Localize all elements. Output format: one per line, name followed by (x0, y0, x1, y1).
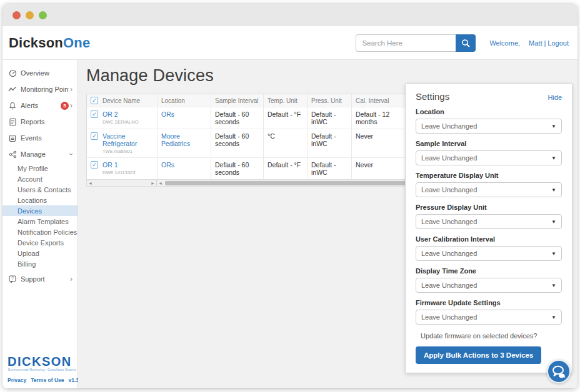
location-link[interactable]: Moore Pediatrics (161, 132, 207, 147)
close-window-icon[interactable] (12, 11, 21, 19)
field-user-calibration-interval: User Calibration Interval Leave Unchange… (416, 235, 562, 261)
device-name-cell: ✓ Vaccine RefrigeratorTWE mattm01 (87, 129, 157, 157)
maximize-window-icon[interactable] (39, 11, 47, 19)
sidebar-item-billing[interactable]: Billing (2, 258, 78, 269)
sidebar-item-manage[interactable]: Manage › (2, 146, 78, 162)
calibration-interval-select[interactable]: Leave Unchanged ▼ (416, 246, 562, 261)
sidebar-item-label: Support (21, 275, 69, 283)
sidebar-item-label: Events (21, 134, 72, 142)
table-row: ✓ OR 2DWE SERIALNO ORs Default - 60 seco… (87, 107, 413, 129)
selected-value: Leave Unchanged (421, 282, 477, 289)
field-firmware-update-settings: Firmware Update Settings Leave Unchanged… (416, 299, 562, 325)
sample-interval-cell: Default - 60 seconds (211, 107, 263, 129)
scroll-left-icon[interactable]: ◄ (158, 181, 162, 185)
time-zone-select[interactable]: Leave Unchanged ▼ (416, 278, 562, 293)
location-link[interactable]: ORs (161, 161, 174, 169)
footer-links: Privacy Terms of Use v1.3.20 (8, 377, 74, 383)
sidebar-item-label: Reports (21, 118, 72, 125)
dropdown-caret-icon: ▼ (551, 283, 556, 288)
support-icon: ? (8, 275, 17, 283)
scroll-right-icon[interactable]: ► (151, 181, 155, 185)
dickson-tagline: Environmental Monitoring • Compliance Ex… (8, 368, 74, 371)
window-titlebar (2, 4, 578, 26)
dropdown-caret-icon: ▼ (551, 251, 556, 257)
scrollbar-thumb[interactable] (165, 181, 412, 185)
sidebar-item-devices[interactable]: Devices (2, 205, 78, 216)
sample-interval-cell: Default - 60 seconds (211, 129, 263, 157)
devices-table: ✓ Device Name Location Sample Interval T… (86, 94, 414, 180)
sidebar-item-support[interactable]: ? Support › (2, 271, 78, 287)
sidebar-item-notification-policies[interactable]: Notification Policies (2, 227, 78, 237)
dickson-logo: DICKSON (8, 355, 74, 368)
chevron-down-icon: › (68, 153, 74, 155)
row-checkbox[interactable]: ✓ (91, 132, 98, 140)
sidebar-item-upload[interactable]: Upload (2, 248, 78, 258)
dicksonone-logo[interactable]: DicksonOne (9, 35, 90, 51)
sidebar-item-label: Monitoring Points (21, 86, 69, 93)
minimize-window-icon[interactable] (26, 11, 34, 19)
sidebar-item-locations[interactable]: Locations (2, 195, 78, 205)
field-label: Display Time Zone (416, 267, 562, 275)
location-cell: Moore Pediatrics (157, 129, 211, 157)
table-scrollbar: ◄ ► ◄ (86, 180, 414, 187)
temperature-unit-select[interactable]: Leave Unchanged ▼ (416, 182, 562, 197)
frozen-column-scrollbar: ◄ ► (87, 180, 157, 186)
sidebar-item-monitoring-points[interactable]: Monitoring Points › (2, 81, 78, 97)
apply-bulk-actions-button[interactable]: Apply Bulk Actions to 3 Devices (416, 346, 541, 364)
search-input[interactable] (356, 34, 456, 52)
sample-interval-select[interactable]: Leave Unchanged ▼ (416, 150, 562, 165)
sidebar-item-account[interactable]: Account (2, 174, 78, 184)
logout-link[interactable]: Logout (548, 39, 569, 47)
field-temperature-display-unit: Temperature Display Unit Leave Unchanged… (416, 172, 562, 197)
privacy-link[interactable]: Privacy (8, 377, 26, 383)
sidebar-item-label: Alerts (21, 102, 61, 109)
sidebar-item-users-contacts[interactable]: Users & Contacts (2, 184, 78, 195)
manage-subnav: My Profile Account Users & Contacts Loca… (2, 162, 78, 271)
row-checkbox[interactable]: ✓ (91, 161, 98, 169)
field-label: Temperature Display Unit (416, 172, 562, 179)
temp-unit-cell: Default - °F (263, 107, 307, 129)
sidebar-item-my-profile[interactable]: My Profile (2, 163, 78, 174)
device-name-cell: ✓ OR 2DWE SERIALNO (87, 107, 157, 129)
firmware-settings-select[interactable]: Leave Unchanged ▼ (416, 310, 562, 325)
logo-one: One (63, 35, 90, 51)
sidebar-item-label: Manage (21, 150, 69, 158)
sidebar-item-alerts[interactable]: Alerts 5 › (2, 97, 78, 114)
sidebar-item-device-exports[interactable]: Device Exports (2, 237, 78, 248)
sidebar: Overview Monitoring Points › Alerts 5 › (2, 60, 78, 388)
sidebar-item-overview[interactable]: Overview (2, 65, 78, 81)
sidebar-item-events[interactable]: Events (2, 130, 78, 146)
logo-dickson: Dickson (9, 35, 63, 51)
device-link[interactable]: OR 1 (102, 161, 118, 169)
location-select[interactable]: Leave Unchanged ▼ (416, 119, 562, 134)
user-link[interactable]: Matt (529, 39, 542, 47)
table-row: ✓ OR 1DWE 14113323 ORs Default - 60 seco… (87, 157, 413, 179)
page: DicksonOne Welcome,Matt|Logout O (0, 0, 580, 392)
terms-link[interactable]: Terms of Use (31, 377, 64, 383)
field-sample-interval: Sample Interval Leave Unchanged ▼ (416, 140, 562, 165)
device-link[interactable]: Vaccine Refrigerator (102, 132, 137, 147)
sidebar-item-reports[interactable]: Reports (2, 114, 78, 130)
location-cell: ORs (157, 107, 211, 129)
field-label: User Calibration Interval (416, 235, 562, 243)
row-checkbox[interactable]: ✓ (91, 110, 98, 118)
header-press-unit: Press. Unit (307, 94, 351, 107)
settings-panel-header: Settings Hide (416, 91, 562, 102)
hide-link[interactable]: Hide (548, 94, 562, 101)
device-link[interactable]: OR 2 (102, 110, 118, 118)
search-button[interactable] (456, 34, 476, 52)
columns-scrollbar: ◄ (157, 180, 413, 186)
dropdown-caret-icon: ▼ (551, 219, 556, 225)
sidebar-item-alarm-templates[interactable]: Alarm Templates (2, 216, 78, 227)
scroll-left-icon[interactable]: ◄ (88, 181, 92, 185)
device-name-cell: ✓ OR 1DWE 14113323 (87, 158, 157, 179)
org-icon (8, 150, 17, 159)
dropdown-caret-icon: ▼ (551, 124, 556, 129)
dropdown-caret-icon: ▼ (551, 155, 556, 161)
select-all-checkbox[interactable]: ✓ (91, 97, 98, 104)
header-device-name: ✓ Device Name (87, 94, 157, 107)
device-serial: TWE mattm01 (102, 149, 153, 154)
pressure-unit-select[interactable]: Leave Unchanged ▼ (416, 214, 562, 229)
location-link[interactable]: ORs (161, 110, 174, 118)
chat-button[interactable] (547, 360, 571, 383)
